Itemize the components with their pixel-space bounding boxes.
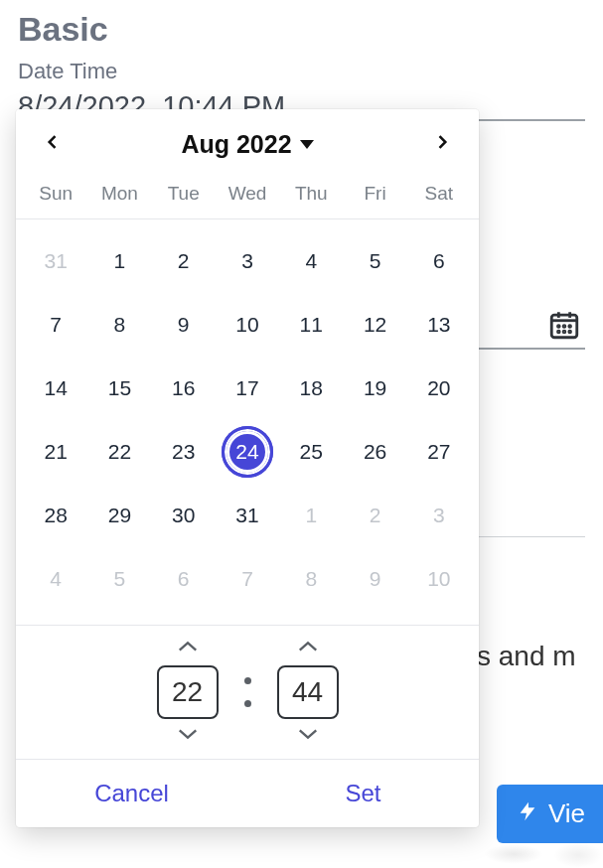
day-cell[interactable]: 27 bbox=[407, 420, 471, 484]
chevron-up-icon bbox=[177, 640, 199, 657]
hour-input[interactable]: 22 bbox=[157, 665, 219, 719]
truncated-background-text: s and m bbox=[477, 641, 576, 672]
day-cell[interactable]: 2 bbox=[152, 229, 216, 293]
day-cell[interactable]: 31 bbox=[216, 484, 279, 547]
open-calendar-button[interactable] bbox=[547, 308, 581, 342]
chevron-right-icon bbox=[432, 132, 452, 156]
next-month-button[interactable] bbox=[425, 127, 459, 161]
chevron-down-icon bbox=[177, 727, 199, 745]
day-cell[interactable]: 8 bbox=[87, 293, 151, 357]
svg-point-5 bbox=[563, 326, 565, 328]
day-cell[interactable]: 17 bbox=[216, 357, 279, 420]
day-cell[interactable]: 7 bbox=[216, 547, 279, 611]
minute-decrement-button[interactable] bbox=[295, 727, 321, 745]
day-cell[interactable]: 9 bbox=[152, 293, 216, 357]
month-year-label: Aug 2022 bbox=[181, 130, 291, 159]
day-cell[interactable]: 30 bbox=[152, 484, 216, 547]
day-cell[interactable]: 10 bbox=[407, 547, 471, 611]
view-button-label: Vie bbox=[548, 798, 585, 829]
day-cell[interactable]: 12 bbox=[343, 293, 406, 357]
day-cell[interactable]: 1 bbox=[87, 229, 151, 293]
day-cell[interactable]: 14 bbox=[24, 357, 87, 420]
field-label-datetime: Date Time bbox=[18, 59, 585, 84]
day-cell[interactable]: 1 bbox=[279, 484, 343, 547]
day-cell[interactable]: 9 bbox=[343, 547, 406, 611]
day-cell[interactable]: 22 bbox=[87, 420, 151, 484]
day-cell[interactable]: 26 bbox=[343, 420, 406, 484]
calendar-grid: 3112345678910111213141516171819202122232… bbox=[16, 219, 479, 625]
day-cell[interactable]: 10 bbox=[216, 293, 279, 357]
weekday-label: Tue bbox=[152, 183, 216, 205]
day-cell[interactable]: 4 bbox=[24, 547, 87, 611]
day-cell[interactable]: 3 bbox=[407, 484, 471, 547]
day-cell[interactable]: 5 bbox=[343, 229, 406, 293]
weekday-label: Sat bbox=[407, 183, 471, 205]
day-cell[interactable]: 16 bbox=[152, 357, 216, 420]
weekday-label: Thu bbox=[279, 183, 343, 205]
svg-point-4 bbox=[557, 326, 559, 328]
weekday-label: Sun bbox=[24, 183, 87, 205]
day-cell[interactable]: 6 bbox=[407, 229, 471, 293]
day-cell[interactable]: 6 bbox=[152, 547, 216, 611]
svg-point-8 bbox=[563, 331, 565, 333]
weekday-label: Wed bbox=[216, 183, 279, 205]
decorative-shadow bbox=[484, 844, 543, 864]
minute-increment-button[interactable] bbox=[295, 640, 321, 657]
day-cell[interactable]: 20 bbox=[407, 357, 471, 420]
day-cell[interactable]: 21 bbox=[24, 420, 87, 484]
weekday-label: Mon bbox=[87, 183, 151, 205]
day-cell[interactable]: 15 bbox=[87, 357, 151, 420]
day-cell[interactable]: 28 bbox=[24, 484, 87, 547]
month-year-selector[interactable]: Aug 2022 bbox=[181, 130, 313, 159]
view-button[interactable]: Vie bbox=[497, 785, 603, 843]
prev-month-button[interactable] bbox=[36, 127, 70, 161]
day-cell[interactable]: 23 bbox=[152, 420, 216, 484]
chevron-left-icon bbox=[43, 132, 63, 156]
day-cell-selected[interactable]: 24 bbox=[216, 420, 279, 484]
svg-point-6 bbox=[569, 326, 571, 328]
day-cell[interactable]: 11 bbox=[279, 293, 343, 357]
day-cell[interactable]: 5 bbox=[87, 547, 151, 611]
set-button[interactable]: Set bbox=[247, 760, 479, 827]
hour-decrement-button[interactable] bbox=[175, 727, 201, 745]
day-cell[interactable]: 25 bbox=[279, 420, 343, 484]
svg-point-7 bbox=[557, 331, 559, 333]
time-colon bbox=[244, 677, 251, 707]
day-cell[interactable]: 29 bbox=[87, 484, 151, 547]
day-cell[interactable]: 7 bbox=[24, 293, 87, 357]
cancel-button[interactable]: Cancel bbox=[16, 760, 247, 827]
caret-down-icon bbox=[300, 140, 314, 149]
minute-input[interactable]: 44 bbox=[277, 665, 339, 719]
svg-point-9 bbox=[569, 331, 571, 333]
hour-increment-button[interactable] bbox=[175, 640, 201, 657]
page-title: Basic bbox=[18, 10, 585, 49]
day-cell[interactable]: 31 bbox=[24, 229, 87, 293]
weekday-label: Fri bbox=[343, 183, 406, 205]
day-cell[interactable]: 13 bbox=[407, 293, 471, 357]
chevron-down-icon bbox=[297, 727, 319, 745]
decorative-shadow bbox=[553, 842, 603, 868]
day-cell[interactable]: 4 bbox=[279, 229, 343, 293]
lightning-icon bbox=[517, 798, 538, 829]
time-section: 22 44 bbox=[16, 625, 479, 759]
day-cell[interactable]: 19 bbox=[343, 357, 406, 420]
day-cell[interactable]: 8 bbox=[279, 547, 343, 611]
datetime-picker: Aug 2022 Sun Mon Tue Wed Thu Fri Sat 311… bbox=[16, 109, 479, 827]
day-cell[interactable]: 3 bbox=[216, 229, 279, 293]
day-cell[interactable]: 2 bbox=[343, 484, 406, 547]
calendar-icon bbox=[547, 328, 581, 345]
weekday-header: Sun Mon Tue Wed Thu Fri Sat bbox=[16, 171, 479, 219]
day-cell[interactable]: 18 bbox=[279, 357, 343, 420]
chevron-up-icon bbox=[297, 640, 319, 657]
